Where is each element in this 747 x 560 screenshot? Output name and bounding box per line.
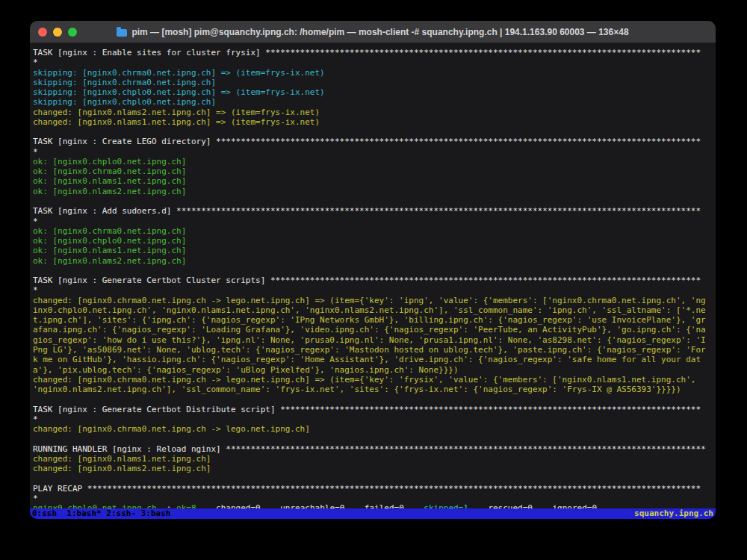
- terminal-line: changed: [nginx0.nlams2.net.ipng.ch]: [33, 464, 706, 473]
- terminal-line: [33, 434, 706, 444]
- terminal-line: nginx0.chplo0.net.ipng.ch : ok=8 changed…: [33, 503, 706, 508]
- terminal-line: TASK [nginx : Generate Certbot Distribut…: [33, 405, 706, 425]
- traffic-lights: [30, 28, 77, 37]
- terminal-line: [33, 127, 706, 137]
- terminal-line: TASK [nginx : Enable sites for cluster f…: [33, 48, 706, 68]
- zoom-button[interactable]: [68, 28, 77, 37]
- terminal-line: ok: [nginx0.nlams2.net.ipng.ch]: [33, 256, 706, 266]
- terminal-line: changed: [nginx0.nlams1.net.ipng.ch] => …: [33, 117, 706, 127]
- folder-proxy-icon: [117, 29, 127, 37]
- terminal-line: changed: [nginx0.chrma0.net.ipng.ch -> l…: [33, 424, 706, 434]
- tmux-window-list[interactable]: 0:ssh 1:bash* 2:ssh- 3:bash: [32, 508, 170, 519]
- terminal-line: skipping: [nginx0.chplo0.net.ipng.ch]: [33, 97, 706, 107]
- terminal-window: pim — [mosh] pim@squanchy.ipng.ch: /home…: [30, 21, 716, 519]
- terminal-line: skipping: [nginx0.chplo0.net.ipng.ch] =>…: [33, 87, 706, 97]
- terminal-line: ok: [nginx0.chrma0.net.ipng.ch]: [33, 226, 706, 236]
- terminal-line: [33, 473, 706, 483]
- terminal-line: ok: [nginx0.nlams1.net.ipng.ch]: [33, 246, 706, 255]
- terminal-line: changed: [nginx0.chrma0.net.ipng.ch -> l…: [33, 375, 706, 395]
- terminal-line: TASK [nginx : Add sudoers.d] ***********…: [33, 206, 706, 226]
- window-title: pim — [mosh] pim@squanchy.ipng.ch: /home…: [131, 27, 628, 37]
- terminal-line: PLAY RECAP *****************************…: [33, 484, 706, 504]
- terminal-output[interactable]: TASK [nginx : Enable sites for cluster f…: [30, 43, 716, 508]
- terminal-line: skipping: [nginx0.chrma0.net.ipng.ch] =>…: [33, 68, 706, 78]
- window-titlebar[interactable]: pim — [mosh] pim@squanchy.ipng.ch: /home…: [30, 21, 716, 43]
- terminal-line: TASK [nginx : Create LEGO directory] ***…: [33, 137, 706, 157]
- terminal-line: changed: [nginx0.chrma0.net.ipng.ch -> l…: [33, 296, 706, 375]
- terminal-line: changed: [nginx0.nlams2.net.ipng.ch] => …: [33, 108, 706, 117]
- minimize-button[interactable]: [53, 28, 62, 37]
- terminal-line: TASK [nginx : Generate Certbot Cluster s…: [33, 276, 706, 296]
- tmux-status-bar: 0:ssh 1:bash* 2:ssh- 3:bash squanchy.ipn…: [30, 508, 716, 519]
- terminal-line: ok: [nginx0.chrma0.net.ipng.ch]: [33, 167, 706, 176]
- terminal-line: RUNNING HANDLER [nginx : Reload nginx] *…: [33, 444, 706, 454]
- terminal-line: ok: [nginx0.nlams1.net.ipng.ch]: [33, 176, 706, 186]
- terminal-line: ok: [nginx0.chplo0.net.ipng.ch]: [33, 157, 706, 167]
- terminal-line: ok: [nginx0.chplo0.net.ipng.ch]: [33, 236, 706, 246]
- tmux-hostname: squanchy.ipng.ch: [634, 508, 713, 519]
- terminal-line: [33, 394, 706, 404]
- terminal-line: changed: [nginx0.nlams1.net.ipng.ch]: [33, 454, 706, 464]
- terminal-line: [33, 196, 706, 206]
- close-button[interactable]: [38, 28, 47, 37]
- terminal-line: ok: [nginx0.nlams2.net.ipng.ch]: [33, 187, 706, 196]
- terminal-line: [33, 266, 706, 276]
- terminal-line: skipping: [nginx0.chrma0.net.ipng.ch]: [33, 78, 706, 87]
